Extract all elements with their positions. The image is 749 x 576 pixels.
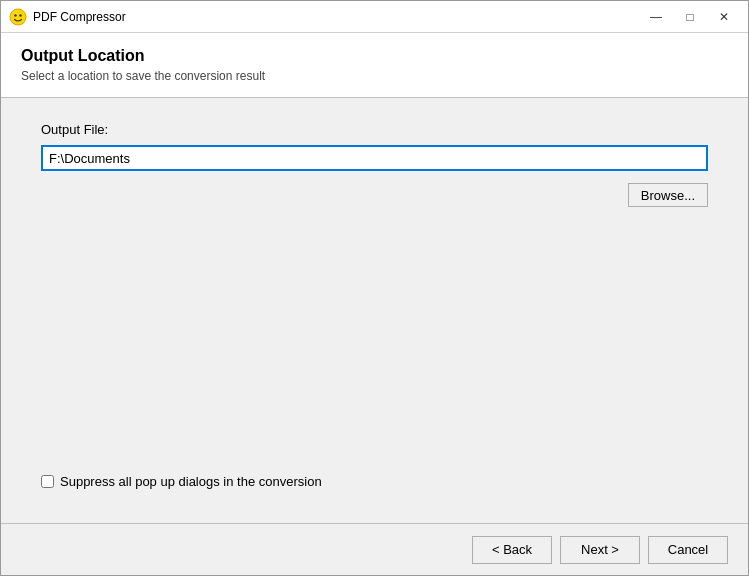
cancel-button[interactable]: Cancel (648, 536, 728, 564)
maximize-button[interactable]: □ (674, 5, 706, 29)
app-icon (9, 8, 27, 26)
window-controls: — □ ✕ (640, 5, 740, 29)
output-file-input[interactable] (41, 145, 708, 171)
close-button[interactable]: ✕ (708, 5, 740, 29)
browse-row: Browse... (41, 183, 708, 207)
page-subtitle: Select a location to save the conversion… (21, 69, 728, 83)
svg-point-2 (19, 14, 21, 16)
footer: < Back Next > Cancel (1, 523, 748, 575)
suppress-dialogs-checkbox[interactable] (41, 475, 54, 488)
main-window: PDF Compressor — □ ✕ Output Location Sel… (0, 0, 749, 576)
page-title: Output Location (21, 47, 728, 65)
content-area: Output File: Browse... Suppress all pop … (1, 98, 748, 523)
svg-point-0 (10, 9, 26, 25)
browse-button[interactable]: Browse... (628, 183, 708, 207)
next-button[interactable]: Next > (560, 536, 640, 564)
header-section: Output Location Select a location to sav… (1, 33, 748, 98)
suppress-dialogs-label: Suppress all pop up dialogs in the conve… (60, 474, 322, 489)
file-input-row (41, 145, 708, 171)
back-button[interactable]: < Back (472, 536, 552, 564)
minimize-button[interactable]: — (640, 5, 672, 29)
title-bar: PDF Compressor — □ ✕ (1, 1, 748, 33)
title-bar-text: PDF Compressor (33, 10, 640, 24)
checkbox-row: Suppress all pop up dialogs in the conve… (41, 474, 708, 499)
svg-point-1 (14, 14, 16, 16)
output-file-label: Output File: (41, 122, 708, 137)
